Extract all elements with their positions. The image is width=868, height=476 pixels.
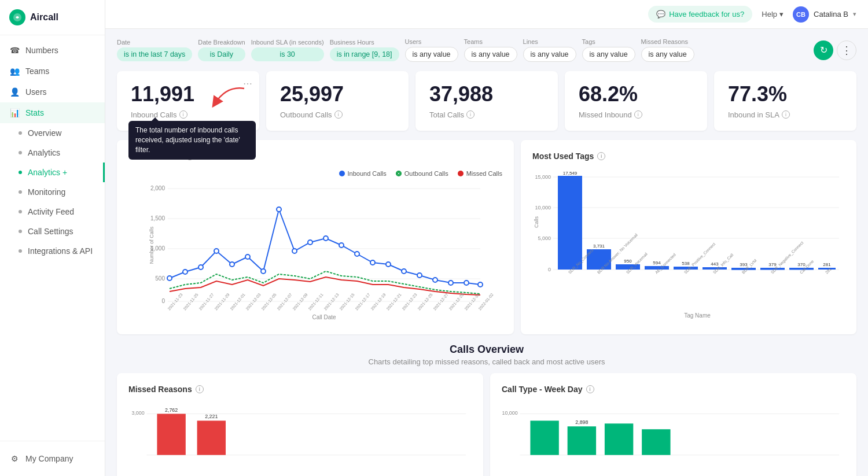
svg-text:0: 0	[161, 298, 165, 304]
svg-point-26	[402, 269, 406, 274]
svg-point-14	[214, 249, 219, 253]
nav-dot	[19, 210, 22, 213]
sidebar-item-users[interactable]: 👤 Users	[0, 82, 105, 102]
stat-value: 25,997	[280, 83, 395, 106]
svg-text:1,500: 1,500	[150, 215, 165, 222]
svg-text:2021-12-21: 2021-12-21	[385, 292, 402, 311]
svg-text:2021-12-09: 2021-12-09	[292, 292, 308, 311]
chart-title-text: Missed Reasons	[128, 385, 192, 394]
filter-actions: ↻ ⋮	[814, 40, 856, 60]
tooltip: The total number of inbound calls receiv…	[128, 121, 256, 159]
svg-text:2,762: 2,762	[165, 407, 178, 412]
more-options-button[interactable]: ⋮	[837, 40, 856, 60]
more-options-icon[interactable]: ⋯	[243, 78, 252, 89]
sidebar-item-monitoring[interactable]: Monitoring	[0, 182, 105, 202]
lines-filter-chip[interactable]: is any value	[523, 47, 576, 62]
stat-label: Inbound in SLA i	[728, 110, 843, 119]
avatar: CB	[793, 6, 809, 23]
sidebar-item-integrations-api[interactable]: Integrations & API	[0, 241, 105, 261]
sidebar-item-label: Stats	[25, 108, 44, 117]
nav-dot	[19, 249, 22, 253]
legend-dot-inbound	[339, 171, 345, 176]
sla-filter-label: Inbound SLA (in seconds)	[251, 39, 324, 46]
info-icon[interactable]: i	[597, 152, 605, 160]
svg-text:538: 538	[682, 261, 690, 266]
sidebar-item-numbers[interactable]: ☎ Numbers	[0, 40, 105, 61]
sidebar-item-call-settings[interactable]: Call Settings	[0, 222, 105, 241]
app-logo: Aircall	[0, 0, 105, 35]
date-filter-group: Date is in the last 7 days	[117, 39, 192, 61]
calls-overview-section: Calls Overview Charts detailing top miss…	[117, 344, 856, 366]
svg-text:2021-12-25: 2021-12-25	[417, 292, 433, 311]
lines-filter-label: Lines	[523, 38, 576, 45]
topbar: 💬 Have feedback for us? Help ▾ CB Catali…	[105, 0, 868, 29]
sidebar-item-activity-feed[interactable]: Activity Feed	[0, 202, 105, 222]
breakdown-filter-group: Date Breakdown is Daily	[198, 39, 245, 61]
help-label: Help	[762, 10, 777, 19]
tags-filter-chip[interactable]: is any value	[582, 47, 635, 62]
sidebar-item-analytics[interactable]: Analytics	[0, 143, 105, 163]
svg-text:2021-11-27: 2021-11-27	[198, 292, 214, 311]
feedback-icon: 💬	[656, 10, 665, 19]
stat-card-inbound-sla: 77.3% Inbound in SLA i	[714, 71, 856, 131]
svg-text:0: 0	[548, 267, 551, 272]
sidebar-item-stats[interactable]: 📊 Stats	[0, 102, 105, 123]
info-icon[interactable]: i	[179, 110, 187, 119]
teams-filter-group: Teams is any value	[464, 38, 517, 62]
sidebar-item-overview[interactable]: Overview	[0, 123, 105, 143]
sidebar-subitem-label: Call Settings	[28, 227, 73, 236]
sidebar-item-my-company[interactable]: ⚙ My Company	[9, 448, 95, 469]
teams-filter-chip[interactable]: is any value	[464, 47, 517, 62]
info-icon[interactable]: i	[634, 110, 642, 119]
total-calls-label: Total Calls	[429, 110, 464, 119]
sla-filter-chip[interactable]: is 30	[251, 47, 324, 61]
date-filter-label: Date	[117, 39, 192, 46]
sidebar-subitem-label: Integrations & API	[28, 246, 93, 256]
info-icon[interactable]: i	[586, 385, 594, 393]
stat-card-total: 37,988 Total Calls i	[415, 71, 558, 131]
chevron-down-icon: ▾	[779, 10, 784, 19]
feedback-button[interactable]: 💬 Have feedback for us?	[648, 6, 752, 23]
help-button[interactable]: Help ▾	[762, 10, 784, 19]
svg-text:17,549: 17,549	[563, 171, 578, 176]
date-filter-chip[interactable]: is in the last 7 days	[117, 47, 192, 61]
svg-rect-108	[605, 423, 633, 455]
breakdown-filter-label: Date Breakdown	[198, 39, 245, 46]
nav-dot	[19, 151, 22, 154]
svg-point-28	[433, 278, 437, 282]
stat-value: 68.2%	[579, 83, 693, 106]
svg-text:500: 500	[155, 275, 165, 282]
chart-title: Missed Reasons i	[128, 385, 472, 394]
stat-label: Outbound Calls i	[280, 110, 395, 119]
svg-text:2,000: 2,000	[150, 185, 165, 191]
hours-filter-chip[interactable]: is in range [9, 18]	[330, 47, 399, 61]
svg-text:10,000: 10,000	[535, 205, 551, 211]
sidebar-item-teams[interactable]: 👥 Teams	[0, 61, 105, 82]
logo-text: Aircall	[30, 12, 58, 23]
sidebar-subitem-label: Activity Feed	[28, 207, 74, 216]
users-filter-chip[interactable]: is any value	[405, 47, 458, 62]
svg-text:2021-12-15: 2021-12-15	[339, 292, 355, 311]
refresh-button[interactable]: ↻	[814, 40, 833, 60]
breakdown-filter-chip[interactable]: is Daily	[198, 47, 245, 61]
user-menu[interactable]: CB Catalina B ▾	[793, 6, 856, 23]
logo-icon	[9, 9, 25, 25]
sidebar-item-analytics-plus[interactable]: Analytics +	[0, 163, 105, 182]
charts-row: Call Evolution i Inbound Calls Outbound …	[117, 140, 856, 334]
svg-point-30	[464, 281, 469, 285]
svg-text:2,221: 2,221	[205, 414, 218, 419]
stat-card-missed-inbound: 68.2% Missed Inbound i	[565, 71, 707, 131]
svg-text:Calls: Calls	[534, 216, 539, 228]
info-icon[interactable]: i	[334, 110, 343, 119]
svg-text:2021-12-07: 2021-12-07	[276, 292, 292, 311]
svg-point-11	[167, 276, 172, 281]
missed-reasons-svg: 3,000 2,762 2,221	[128, 403, 472, 473]
user-icon: 👤	[9, 87, 20, 97]
info-icon[interactable]: i	[196, 385, 204, 393]
info-icon[interactable]: i	[466, 110, 475, 119]
svg-text:2021-11-29: 2021-11-29	[214, 292, 230, 311]
svg-text:Call Date: Call Date	[312, 314, 336, 320]
main-content: 💬 Have feedback for us? Help ▾ CB Catali…	[105, 0, 868, 476]
missed-filter-chip[interactable]: is any value	[641, 47, 694, 62]
info-icon[interactable]: i	[782, 110, 790, 119]
